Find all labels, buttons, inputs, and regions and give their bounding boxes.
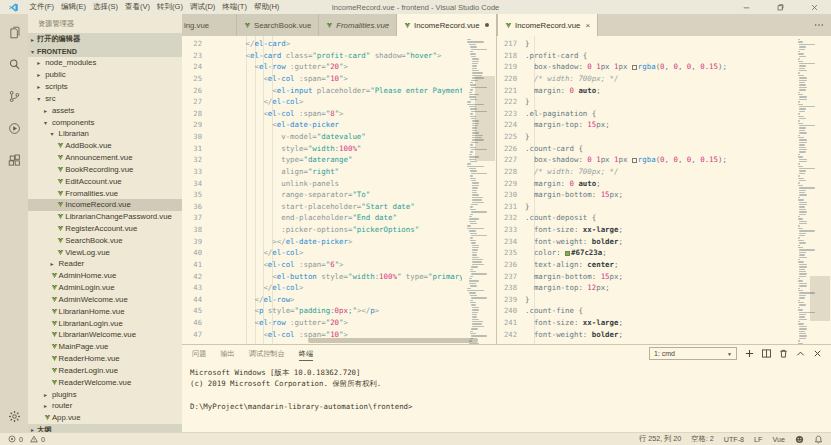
minimap-line <box>469 44 477 45</box>
tab-SearchBook.vue[interactable]: SearchBook.vue <box>237 14 319 36</box>
status-item-3[interactable]: LF <box>754 435 762 444</box>
panel-tab-问题[interactable]: 问题 <box>192 347 206 361</box>
minimap-line <box>799 314 806 315</box>
menu-item-0[interactable]: 文件(F) <box>26 2 58 12</box>
tree-item-Fromalities.vue[interactable]: Fromalities.vue <box>28 187 182 199</box>
terminal-select[interactable]: 1: cmd▼ <box>649 347 737 360</box>
section-folder-frontend[interactable]: ▾FRONTEND <box>28 45 182 57</box>
panel-tab-终端[interactable]: 终端 <box>299 347 313 361</box>
tab-ing.vue[interactable]: ing.vue <box>182 14 237 36</box>
tab-IncomeRecord.vue[interactable]: IncomeRecord.vue <box>397 14 496 36</box>
minimize-button[interactable] <box>729 0 763 14</box>
tree-item-src[interactable]: ▾src <box>28 92 182 104</box>
tree-item-ViewLog.vue[interactable]: ViewLog.vue <box>28 246 182 258</box>
tab-IncomeRecord.vue[interactable]: IncomeRecord.vue× <box>498 14 598 36</box>
more-actions-icon[interactable] <box>814 20 824 30</box>
scrollbar-vertical-left[interactable] <box>488 36 496 344</box>
tree-item-AdminHome.vue[interactable]: AdminHome.vue <box>28 270 182 282</box>
split-terminal-icon[interactable] <box>762 349 771 358</box>
code-line: <el-card class="profit-card" shadow="hov… <box>210 50 462 62</box>
tree-item-IncomeRecord.vue[interactable]: IncomeRecord.vue <box>28 199 182 211</box>
minimap-line <box>472 323 482 324</box>
notifications-bell-icon[interactable] <box>814 435 823 444</box>
menu-item-6[interactable]: 终端(T) <box>219 2 251 12</box>
tree-item-LibrarianHome.vue[interactable]: LibrarianHome.vue <box>28 305 182 317</box>
tree-item-plugins[interactable]: ▸plugins <box>28 388 182 400</box>
minimap-line <box>799 111 805 112</box>
status-item-2[interactable]: UTF-8 <box>724 435 744 444</box>
tree-item-ReaderLogin.vue[interactable]: ReaderLogin.vue <box>28 365 182 377</box>
search-icon[interactable] <box>0 48 28 80</box>
explorer-icon[interactable] <box>0 16 28 48</box>
errors-icon[interactable] <box>8 435 16 443</box>
minimap-line <box>470 89 473 90</box>
tree-item-Reader[interactable]: ▸Reader <box>28 258 182 270</box>
restore-button[interactable] <box>763 0 797 14</box>
tree-item-App.vue[interactable]: App.vue <box>28 412 182 424</box>
tree-item-LibrarianChangePassword.vue[interactable]: LibrarianChangePassword.vue <box>28 211 182 223</box>
tree-item-label: SearchBook.vue <box>65 236 122 245</box>
tree-item-components[interactable]: ▾components <box>28 116 182 128</box>
minimap-line <box>799 68 805 69</box>
tree-item-MainPage.vue[interactable]: MainPage.vue <box>28 341 182 353</box>
tree-item-router[interactable]: ▸router <box>28 400 182 412</box>
tree-item-LibrarianWelcome.vue[interactable]: LibrarianWelcome.vue <box>28 329 182 341</box>
menu-item-1[interactable]: 编辑(E) <box>58 2 90 12</box>
run-debug-icon[interactable] <box>0 112 28 144</box>
tree-item-AdminWelcome.vue[interactable]: AdminWelcome.vue <box>28 294 182 306</box>
tree-item-public[interactable]: ▸public <box>28 69 182 81</box>
minimap-line <box>472 316 477 317</box>
close-panel-icon[interactable] <box>813 349 822 358</box>
manage-gear-icon[interactable] <box>0 400 28 432</box>
tree-item-label: LibrarianLogin.vue <box>59 319 123 328</box>
close-tab-icon[interactable]: × <box>585 21 590 30</box>
menu-item-5[interactable]: 调试(D) <box>186 2 218 12</box>
code-editor-right[interactable]: }.profit-card { box-shadow: 0 1px 1px rg… <box>525 36 797 344</box>
line-number: 42 <box>182 271 202 283</box>
tree-item-ReaderHome.vue[interactable]: ReaderHome.vue <box>28 353 182 365</box>
minimap-line <box>470 178 477 179</box>
status-bar: 0 0 行 252, 列 20空格: 2UTF-8LFVue <box>0 432 831 445</box>
section-open-editors[interactable]: ▸打开的编辑器 <box>28 33 182 45</box>
status-item-4[interactable]: Vue <box>772 435 785 444</box>
tab-label: ing.vue <box>184 21 209 30</box>
feedback-smiley-icon[interactable] <box>795 435 804 444</box>
tree-item-RegisterAccount.vue[interactable]: RegisterAccount.vue <box>28 223 182 235</box>
tree-item-LibrarianLogin.vue[interactable]: LibrarianLogin.vue <box>28 317 182 329</box>
menu-item-7[interactable]: 帮助(H) <box>250 2 282 12</box>
scrollbar-horizontal-left[interactable] <box>218 338 455 343</box>
menu-item-3[interactable]: 查看(V) <box>122 2 154 12</box>
tree-item-AddBook.vue[interactable]: AddBook.vue <box>28 140 182 152</box>
tree-item-scripts[interactable]: ▸scripts <box>28 81 182 93</box>
extensions-icon[interactable] <box>0 144 28 176</box>
menu-item-2[interactable]: 选择(S) <box>90 2 122 12</box>
tree-item-SearchBook.vue[interactable]: SearchBook.vue <box>28 234 182 246</box>
minimap-line <box>470 271 477 272</box>
kill-terminal-icon[interactable] <box>779 349 788 358</box>
tree-item-assets[interactable]: ▸assets <box>28 104 182 116</box>
tree-item-BookRecording.vue[interactable]: BookRecording.vue <box>28 163 182 175</box>
tree-item-EditAccount.vue[interactable]: EditAccount.vue <box>28 175 182 187</box>
source-control-icon[interactable] <box>0 80 28 112</box>
scrollbar-vertical-right[interactable] <box>823 36 831 344</box>
new-terminal-icon[interactable] <box>745 349 754 358</box>
maximize-panel-icon[interactable] <box>796 349 805 358</box>
menu-item-4[interactable]: 转到(G) <box>154 2 187 12</box>
code-editor-left[interactable]: </el-card> <el-card class="profit-card" … <box>210 36 462 344</box>
tab-Fromalities.vue[interactable]: Fromalities.vue <box>319 14 397 36</box>
section-outline-label: 大纲 <box>37 425 51 432</box>
close-button[interactable] <box>797 0 831 14</box>
tree-item-Announcement.vue[interactable]: Announcement.vue <box>28 152 182 164</box>
panel-tab-调试控制台[interactable]: 调试控制台 <box>249 347 285 361</box>
section-outline[interactable]: ▸大纲 <box>28 424 182 432</box>
status-item-1[interactable]: 空格: 2 <box>691 434 713 444</box>
terminal-output[interactable]: Microsoft Windows [版本 10.0.18362.720](c)… <box>182 362 831 412</box>
panel-tab-输出[interactable]: 输出 <box>220 347 234 361</box>
code-line: range-separator="To" <box>210 189 462 201</box>
status-item-0[interactable]: 行 252, 列 20 <box>639 434 681 444</box>
warnings-icon[interactable] <box>30 435 38 443</box>
tree-item-AdminLogin.vue[interactable]: AdminLogin.vue <box>28 282 182 294</box>
tree-item-Librarian[interactable]: ▾Librarian <box>28 128 182 140</box>
tree-item-node_modules[interactable]: ▸node_modules <box>28 57 182 69</box>
tree-item-ReaderWelcome.vue[interactable]: ReaderWelcome.vue <box>28 376 182 388</box>
